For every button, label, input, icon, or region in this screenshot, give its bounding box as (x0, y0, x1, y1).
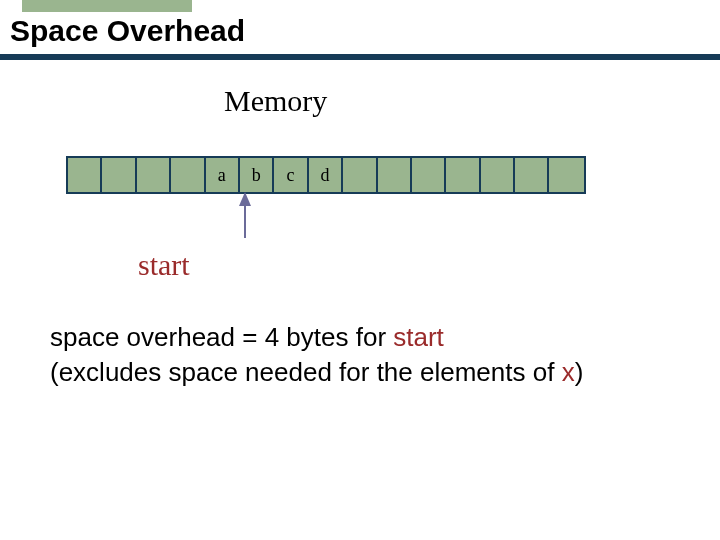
memory-cell (343, 158, 377, 192)
memory-cell (549, 158, 583, 192)
memory-cell (171, 158, 205, 192)
slide: Space Overhead Memory a b c d start spac… (0, 0, 720, 540)
memory-cell (137, 158, 171, 192)
memory-cell (446, 158, 480, 192)
memory-cell: c (274, 158, 308, 192)
memory-cell (68, 158, 102, 192)
body-text: space overhead = 4 bytes for start (excl… (50, 320, 670, 390)
start-label: start (138, 248, 190, 282)
body-line2-a: (excludes space needed for the elements … (50, 357, 562, 387)
memory-strip: a b c d (66, 156, 586, 194)
accent-bar (22, 0, 192, 12)
memory-cell (378, 158, 412, 192)
slide-title: Space Overhead (10, 14, 245, 48)
arrow-up-icon (237, 192, 253, 238)
body-line2-b: ) (575, 357, 584, 387)
body-line2-x: x (562, 357, 575, 387)
memory-cell: d (309, 158, 343, 192)
body-line1-start: start (393, 322, 444, 352)
body-line1-a: space overhead = 4 bytes for (50, 322, 393, 352)
memory-cell (412, 158, 446, 192)
memory-cell: a (206, 158, 240, 192)
memory-cell (102, 158, 136, 192)
memory-cell (515, 158, 549, 192)
memory-cell: b (240, 158, 274, 192)
title-underline (0, 54, 720, 60)
memory-cell (481, 158, 515, 192)
memory-label: Memory (224, 84, 327, 118)
